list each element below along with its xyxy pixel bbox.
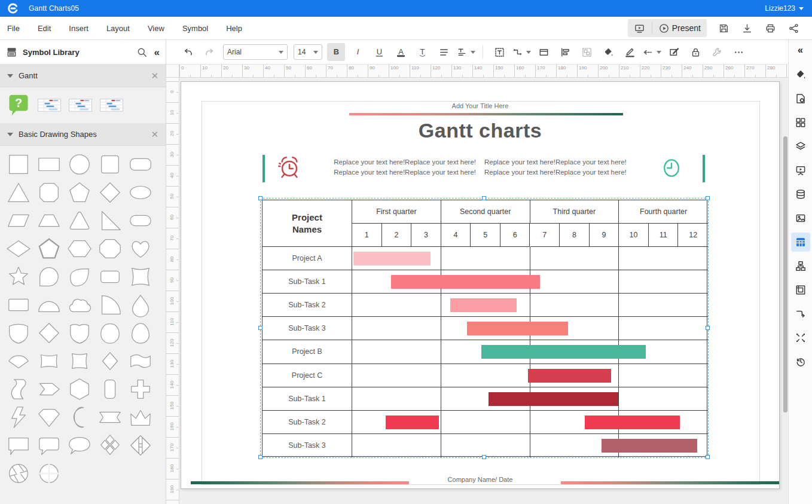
shape-wave-ribbon[interactable] [5,375,32,402]
shape-rounded-rect-2[interactable] [96,263,124,290]
edraw-logo-icon[interactable] [7,2,19,14]
menu-item-help[interactable]: Help [226,24,242,33]
gantt-bar[interactable] [386,416,439,429]
gantt-quarter-header[interactable]: Fourth quarter [619,200,708,224]
shape-right-triangle[interactable] [96,207,124,234]
gantt-row-label[interactable]: Sub-Task 2 [262,411,352,434]
shape-wave-flag[interactable] [127,347,154,374]
shape-shield[interactable] [5,319,32,346]
shape-stadium[interactable] [127,207,154,234]
underline-button[interactable]: U [370,43,388,61]
shape-rectangle-2[interactable] [5,291,32,318]
slideshow-button[interactable] [628,19,652,37]
page-setup-icon[interactable] [791,89,810,108]
shape-rounded-callout[interactable] [35,432,63,459]
shape-star[interactable] [5,263,32,290]
gantt-quarter-header[interactable]: Second quarter [441,200,530,224]
gantt-row-label[interactable]: Project C [262,364,352,387]
shape-ribbon-banner[interactable] [96,404,124,430]
shape-circle[interactable] [66,151,93,178]
shape-rect-callout[interactable] [5,432,32,459]
shape-ellipse[interactable] [127,179,154,206]
menu-item-edit[interactable]: Edit [38,24,51,33]
org-chart-icon[interactable] [791,256,810,276]
menu-item-symbol[interactable]: Symbol [182,24,208,33]
shape-pentagon[interactable] [66,179,93,206]
shape-square[interactable] [5,151,32,178]
question-bubble[interactable]: ? [7,94,30,117]
gantt-month-header[interactable]: 7 [530,224,560,247]
menu-item-insert[interactable]: Insert [69,24,88,33]
shape-heart[interactable] [127,235,154,262]
shape-rectangle[interactable] [35,151,63,178]
menu-item-view[interactable]: View [148,24,164,33]
shape-octagon[interactable] [96,235,124,262]
container-icon[interactable] [535,43,552,61]
gantt-row-label[interactable]: Sub-Task 1 [262,387,352,411]
frame-icon[interactable] [791,280,810,300]
gantt-bar[interactable] [467,322,568,335]
gantt-row-label[interactable]: Project B [262,340,352,364]
format-fill-icon[interactable] [791,65,810,84]
line-spacing-icon[interactable] [435,43,453,61]
shape-semicircle[interactable] [35,291,63,318]
shape-fan[interactable] [5,347,32,374]
selection-handle[interactable] [258,196,262,200]
text-align-icon[interactable] [456,43,475,61]
line-style-icon[interactable] [642,43,661,61]
shape-concave-square[interactable] [127,263,154,290]
clock-icon[interactable] [660,155,685,181]
undo-icon[interactable] [179,43,197,61]
italic-button[interactable]: I [349,43,367,61]
gantt-month-header[interactable]: 8 [560,224,590,247]
print-icon[interactable] [765,22,777,34]
gantt-template-thumb[interactable] [100,99,123,112]
close-icon[interactable]: ✕ [151,129,158,140]
shape-vertical-hexagon[interactable] [66,375,93,402]
shape-egg[interactable] [127,319,154,346]
present-button[interactable]: Present [652,19,707,37]
section-gantt[interactable]: Gantt ✕ [0,65,166,87]
gantt-bar[interactable] [481,345,646,359]
gantt-bar[interactable] [528,369,611,383]
title-gradient-bar[interactable] [349,113,623,115]
shape-rounded-triangle[interactable] [66,207,93,234]
connector-icon[interactable] [512,43,531,61]
save-icon[interactable] [718,22,730,34]
gantt-month-header[interactable]: 10 [619,224,649,247]
shape-chevron-arrow[interactable] [35,375,63,402]
gantt-quarter-header[interactable]: First quarter [352,200,441,224]
gantt-row-label[interactable]: Sub-Task 3 [262,317,352,340]
lock-icon[interactable] [686,43,704,61]
shape-leaf[interactable] [66,263,93,290]
collapse-left-icon[interactable]: « [154,47,160,57]
shape-crescent[interactable] [66,404,93,430]
gantt-bar[interactable] [489,392,618,406]
shape-four-diamonds[interactable] [96,432,124,459]
gantt-month-header[interactable]: 3 [411,224,441,247]
gantt-quarter-header[interactable]: Third quarter [530,200,619,224]
gantt-month-header[interactable]: 6 [500,224,530,247]
selection-handle[interactable] [482,455,486,459]
canvas-title-text[interactable]: Gantt charts [181,119,779,142]
shape-rounded-rectangle[interactable] [127,151,154,178]
menu-item-layout[interactable]: Layout [106,24,130,33]
replace-text-line[interactable]: Replace your text here!Replace your text… [484,167,627,178]
gantt-month-header[interactable]: 4 [441,224,471,247]
user-menu[interactable]: Lizzie123 [765,4,804,13]
gantt-row-label[interactable]: Sub-Task 3 [262,434,352,457]
footer-gradient-bar-right[interactable] [561,481,779,484]
gantt-table[interactable]: Project NamesFirst quarterSecond quarter… [262,200,707,457]
shape-egg-wide[interactable] [96,319,124,346]
teal-bar-right[interactable] [703,155,705,182]
gantt-month-header[interactable]: 1 [352,224,382,247]
selection-handle[interactable] [482,196,486,200]
text-box-icon[interactable] [490,43,508,61]
shape-rounded-square[interactable] [96,151,124,178]
shape-teardrop[interactable] [35,263,63,290]
picture-icon[interactable] [791,209,810,228]
replace-text-block[interactable]: Replace your text here!Replace your text… [307,157,654,178]
search-icon[interactable] [136,46,148,58]
canvas-subtitle-text[interactable]: Add Your Title Here [181,102,779,109]
shape-quarter-circle[interactable] [96,291,124,318]
